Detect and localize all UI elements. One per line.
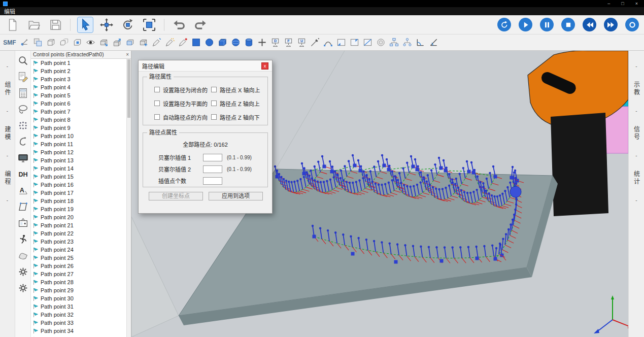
redo-button[interactable]	[193, 17, 208, 32]
rewind-button[interactable]	[583, 18, 596, 31]
annotation-tool-icon[interactable]: A	[17, 185, 29, 196]
path-point-item[interactable]: Path point 7	[31, 108, 126, 116]
path-point-item[interactable]: Path point 34	[31, 327, 126, 335]
create-cylinder-icon[interactable]	[243, 37, 255, 49]
create-plane-icon[interactable]	[190, 37, 202, 49]
surface-tool-icon[interactable]	[17, 250, 29, 261]
undo-button[interactable]	[172, 17, 187, 32]
robot-walk-icon[interactable]	[17, 233, 29, 245]
move-tool-button[interactable]	[99, 17, 114, 32]
rotate-tool-button[interactable]	[120, 17, 135, 32]
panel-close-button[interactable]: ×	[126, 52, 129, 57]
hierarchy-1-icon[interactable]	[388, 37, 400, 49]
path-point-item[interactable]: Path point 29	[31, 286, 126, 294]
path-point-item[interactable]: Path point 4	[31, 83, 126, 91]
frame-f-icon[interactable]: F	[282, 37, 294, 49]
box-select-tool-button[interactable]	[142, 17, 157, 32]
measure-angle-2-icon[interactable]	[427, 37, 439, 49]
apply-to-selection-button[interactable]: 应用到选项	[209, 192, 263, 200]
path-point-item[interactable]: Path point 21	[31, 221, 126, 229]
viewport-3d[interactable]: 路径编辑 x 路径属性 设置路径为闭合的路径点 X 轴向上设置路径为平面的路径点…	[131, 51, 628, 337]
path-point-item[interactable]: Path point 14	[31, 164, 126, 173]
create-sphere-icon[interactable]	[229, 37, 242, 49]
path-point-item[interactable]: Path point 2	[31, 67, 126, 75]
stop-button[interactable]	[561, 18, 575, 31]
dh-parameters-icon[interactable]: DH	[17, 168, 29, 180]
lasso-tool-icon[interactable]	[17, 104, 29, 115]
scrollbar-thumb[interactable]	[127, 59, 130, 118]
create-frame-points-button[interactable]: 创建坐标点	[149, 192, 203, 200]
path-point-item[interactable]: Path point 10	[31, 132, 126, 140]
visibility-icon[interactable]	[84, 37, 96, 49]
attach-tool-3-icon[interactable]	[177, 37, 189, 49]
tab-right-1[interactable]: 信号	[632, 126, 641, 141]
path-point-item[interactable]: Path point 18	[31, 197, 126, 205]
record-button[interactable]	[625, 18, 639, 31]
path-point-item[interactable]: Path point 12	[31, 148, 126, 156]
plane-tool-1-icon[interactable]	[335, 37, 347, 49]
create-circle-icon[interactable]	[203, 37, 215, 49]
close-button[interactable]: ×	[635, 2, 638, 6]
menu-edit[interactable]: 编辑	[4, 7, 15, 15]
attach-tool-2-icon[interactable]	[163, 37, 176, 49]
polygon-tool-icon[interactable]	[17, 201, 29, 212]
path-point-item[interactable]: Path point 5	[31, 91, 126, 99]
path-point-item[interactable]: Path point 24	[31, 246, 126, 254]
path-point-item[interactable]: Path point 28	[31, 278, 126, 286]
measure-angle-1-icon[interactable]	[414, 37, 426, 49]
checkbox-axis-option[interactable]	[211, 100, 217, 106]
create-cube-icon[interactable]	[216, 37, 228, 49]
cube-tool-4-icon[interactable]	[137, 37, 149, 49]
path-point-item[interactable]: Path point 22	[31, 229, 126, 238]
checkbox-closed-path[interactable]	[154, 100, 160, 106]
path-point-item[interactable]: Path point 33	[31, 319, 126, 327]
path-point-item[interactable]: Path point 35	[31, 335, 126, 337]
select-tool-button[interactable]	[78, 17, 93, 32]
reset-playback-button[interactable]	[497, 18, 511, 31]
path-point-item[interactable]: Path point 23	[31, 238, 126, 246]
path-point-item[interactable]: Path point 11	[31, 140, 126, 148]
path-point-item[interactable]: Path point 20	[31, 213, 126, 221]
path-point-item[interactable]: Path point 26	[31, 262, 126, 270]
hook-tool-icon[interactable]	[17, 136, 29, 147]
tab-right-2[interactable]: 统计	[632, 171, 641, 186]
path-point-item[interactable]: Path point 17	[31, 189, 126, 197]
checkbox-closed-path[interactable]	[154, 87, 160, 92]
sketch-tool-icon[interactable]	[17, 71, 29, 82]
minimize-button[interactable]: –	[607, 2, 610, 6]
copy-component-icon[interactable]	[31, 37, 44, 49]
path-point-item[interactable]: Path point 15	[31, 173, 126, 181]
panel-scrollbar[interactable]	[126, 59, 131, 337]
path-point-item[interactable]: Path point 9	[31, 124, 126, 132]
field-input[interactable]	[203, 165, 222, 173]
plane-tool-2-icon[interactable]	[348, 37, 360, 49]
path-point-item[interactable]: Path point 16	[31, 181, 126, 189]
pattern-tool-icon[interactable]	[17, 120, 29, 131]
add-point-icon[interactable]	[256, 37, 268, 49]
teach-pendant-icon[interactable]	[17, 217, 29, 228]
path-point-item[interactable]: Path point 1	[31, 59, 126, 67]
frame-d-icon[interactable]: D	[269, 37, 281, 49]
path-point-item[interactable]: Path point 27	[31, 270, 126, 278]
bounding-box-icon[interactable]	[45, 37, 57, 49]
frame-u-icon[interactable]: U	[295, 37, 308, 49]
path-point-item[interactable]: Path point 19	[31, 205, 126, 213]
path-point-item[interactable]: Path point 30	[31, 294, 126, 302]
path-point-item[interactable]: Path point 31	[31, 302, 126, 311]
path-point-item[interactable]: Path point 13	[31, 156, 126, 164]
open-file-button[interactable]	[26, 17, 42, 32]
draw-line-icon[interactable]	[309, 37, 321, 49]
keypad-tool-icon[interactable]	[17, 87, 29, 98]
new-file-button[interactable]	[5, 17, 20, 32]
save-button[interactable]	[48, 17, 63, 32]
maximize-button[interactable]: □	[621, 2, 624, 6]
robot-config-icon[interactable]	[18, 37, 30, 49]
path-point-item[interactable]: Path point 6	[31, 99, 126, 108]
cube-tool-1-icon[interactable]	[97, 37, 110, 49]
field-input[interactable]	[203, 177, 222, 185]
field-input[interactable]	[203, 154, 222, 161]
draw-arc-icon[interactable]	[322, 37, 334, 49]
tab-left-2[interactable]: 编程	[3, 171, 12, 186]
bounding-box-edit-icon[interactable]	[71, 37, 83, 49]
path-point-item[interactable]: Path point 3	[31, 75, 126, 83]
